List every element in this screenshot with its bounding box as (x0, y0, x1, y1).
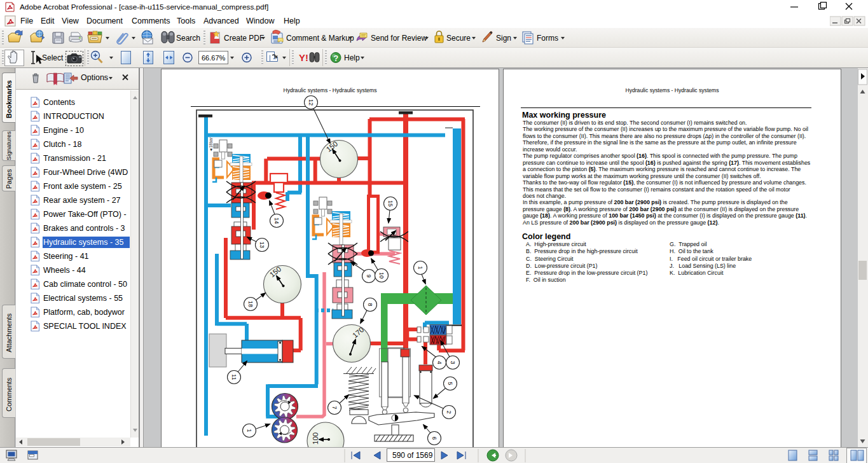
svg-text:18: 18 (247, 301, 254, 307)
svg-text:15: 15 (387, 200, 394, 207)
svg-text:100: 100 (312, 432, 319, 445)
svg-text:3: 3 (450, 361, 456, 364)
svg-text:?: ? (334, 54, 339, 63)
svg-text:8: 8 (367, 303, 373, 306)
svg-text:9: 9 (366, 274, 372, 277)
svg-text:1: 1 (417, 266, 424, 269)
svg-text:Y!: Y! (299, 52, 308, 63)
svg-text:4: 4 (436, 361, 443, 364)
svg-text:10: 10 (378, 272, 385, 279)
svg-text:1: 1 (246, 429, 252, 432)
svg-text:7: 7 (331, 406, 338, 409)
svg-text:5: 5 (447, 382, 453, 385)
svg-text:14: 14 (273, 218, 280, 224)
svg-text:6: 6 (431, 436, 437, 439)
svg-text:2: 2 (446, 410, 452, 413)
svg-text:11: 11 (231, 374, 237, 380)
svg-text:12: 12 (308, 99, 314, 106)
svg-text:13: 13 (259, 242, 265, 248)
svg-text:◄18bar: ◄18bar (209, 137, 213, 152)
